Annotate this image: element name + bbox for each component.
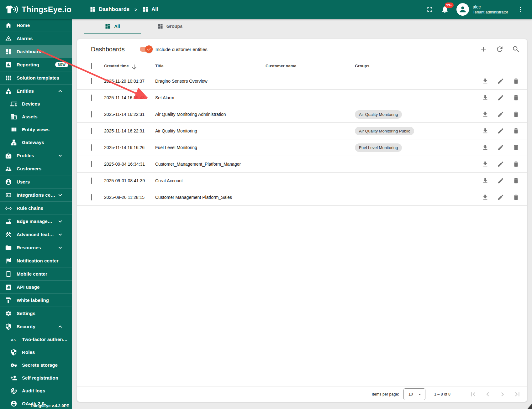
export-dashboard-button[interactable]	[482, 194, 489, 201]
edit-dashboard-button[interactable]	[497, 144, 504, 151]
row-checkbox[interactable]	[91, 161, 92, 167]
row-checkbox[interactable]	[91, 78, 92, 84]
sidebar-item-mobile-center[interactable]: Mobile center	[0, 267, 72, 280]
delete-dashboard-button[interactable]	[513, 177, 519, 184]
sidebar-item-profiles[interactable]: Profiles	[0, 149, 72, 162]
group-chip[interactable]: Air Quality Monitoring Public	[355, 127, 414, 135]
sidebar-item-reporting[interactable]: ReportingNEW	[0, 58, 72, 71]
sidebar-item-advanced-features[interactable]: Advanced features	[0, 228, 72, 241]
export-dashboard-button[interactable]	[482, 78, 489, 85]
export-dashboard-button[interactable]	[482, 127, 489, 134]
table-row[interactable]: 2025-11-14 16:16:26Fuel Level Monitoring…	[77, 139, 527, 156]
sidebar-item-solution-templates[interactable]: Solution templates	[0, 71, 72, 84]
previous-page-button[interactable]	[484, 390, 492, 398]
sidebar-item-entity-views[interactable]: Entity views	[0, 123, 72, 136]
edit-icon	[497, 94, 504, 101]
group-chip[interactable]: Fuel Level Monitoring	[355, 143, 402, 152]
sidebar-item-dashboards[interactable]: Dashboards	[0, 45, 72, 58]
delete-dashboard-button[interactable]	[513, 161, 519, 168]
sidebar-item-assets[interactable]: Assets	[0, 110, 72, 123]
sidebar-item-audit-logs[interactable]: Audit logs	[0, 384, 72, 397]
row-checkbox[interactable]	[91, 111, 92, 117]
sidebar-item-roles[interactable]: Roles	[0, 346, 72, 359]
delete-dashboard-button[interactable]	[513, 194, 519, 201]
column-customer-name[interactable]: Customer name	[266, 64, 355, 68]
sidebar-item-rule-chains[interactable]: Rule chains	[0, 201, 72, 215]
sidebar-item-security[interactable]: Security	[0, 320, 72, 333]
table-row[interactable]: 2025-09-04 16:34:31Customer_Management_P…	[77, 156, 527, 173]
sidebar-item-label: Entity views	[22, 127, 68, 132]
export-dashboard-button[interactable]	[482, 111, 489, 118]
table-body: 2025-11-20 10:01:37Dragino Sensors Overv…	[77, 73, 527, 206]
row-checkbox[interactable]	[91, 194, 92, 200]
column-created-time[interactable]: Created time	[104, 63, 155, 69]
delete-dashboard-button[interactable]	[513, 78, 519, 85]
sidebar-item-entities[interactable]: Entities	[0, 84, 72, 97]
group-chip[interactable]: Air Quality Monitoring	[355, 110, 402, 119]
next-page-button[interactable]	[498, 390, 507, 398]
row-checkbox[interactable]	[91, 178, 92, 184]
add-dashboard-button[interactable]	[479, 45, 487, 53]
table-row[interactable]: 2025-11-14 16:55:43Set Alarm	[77, 90, 527, 106]
tab-all[interactable]: All	[84, 19, 141, 34]
delete-dashboard-button[interactable]	[513, 127, 519, 134]
items-per-page-select[interactable]: 10	[403, 388, 425, 400]
first-page-icon	[469, 390, 477, 398]
sidebar-item-integrations-center[interactable]: Integrations center	[0, 188, 72, 201]
sidebar-item-devices[interactable]: Devices	[0, 97, 72, 110]
table-row[interactable]: 2025-11-14 16:22:31Air Quality Monitorin…	[77, 106, 527, 123]
sidebar-item-alarms[interactable]: Alarms	[0, 32, 72, 45]
row-checkbox[interactable]	[91, 95, 92, 101]
sidebar-item-users[interactable]: Users	[0, 175, 72, 188]
edit-dashboard-button[interactable]	[497, 127, 504, 134]
sidebar-item-white-labeling[interactable]: White labeling	[0, 293, 72, 307]
user-menu[interactable]: alec Tenant administrator	[473, 4, 508, 15]
first-page-button[interactable]	[469, 390, 477, 398]
sidebar-item-settings[interactable]: Settings	[0, 307, 72, 320]
sidebar-item-self-registration[interactable]: Self registration	[0, 371, 72, 384]
tab-groups[interactable]: Groups	[141, 19, 198, 34]
sidebar-item-label: Advanced features	[17, 232, 55, 237]
sidebar-item-edge-management[interactable]: Edge management	[0, 215, 72, 228]
delete-dashboard-button[interactable]	[513, 94, 519, 101]
sidebar-item-resources[interactable]: Resources	[0, 241, 72, 254]
edit-dashboard-button[interactable]	[497, 78, 504, 85]
export-dashboard-button[interactable]	[482, 144, 489, 151]
edit-dashboard-button[interactable]	[497, 111, 504, 118]
sidebar-item-customers[interactable]: Customers	[0, 162, 72, 175]
edit-dashboard-button[interactable]	[497, 177, 504, 184]
edit-dashboard-button[interactable]	[497, 94, 504, 101]
sidebar-item-secrets-storage[interactable]: Secrets storage	[0, 359, 72, 371]
sidebar-item-gateways[interactable]: Gateways	[0, 136, 72, 149]
column-title[interactable]: Title	[155, 64, 266, 68]
sidebar-item-notification-center[interactable]: Notification center	[0, 254, 72, 267]
fullscreen-button[interactable]	[426, 5, 434, 13]
table-row[interactable]: 2025-08-26 11:28:15Customer Management P…	[77, 189, 527, 206]
edit-dashboard-button[interactable]	[497, 194, 504, 201]
row-checkbox[interactable]	[91, 128, 92, 134]
app-logo[interactable]: ThingsEye.io	[0, 4, 73, 14]
export-dashboard-button[interactable]	[482, 177, 489, 184]
delete-dashboard-button[interactable]	[513, 144, 519, 151]
last-page-button[interactable]	[513, 390, 521, 398]
breadcrumb-dashboards[interactable]: Dashboards	[90, 6, 129, 13]
breadcrumb-all[interactable]: All	[142, 6, 158, 13]
sidebar-item-two-factor-authenticati[interactable]: 2FATwo-factor authenticati…	[0, 333, 72, 346]
refresh-button[interactable]	[496, 45, 504, 53]
search-button[interactable]	[512, 45, 520, 53]
table-row[interactable]: 2025-11-20 10:01:37Dragino Sensors Overv…	[77, 73, 527, 90]
sidebar-item-api-usage[interactable]: API usage	[0, 280, 72, 293]
table-row[interactable]: 2025-11-14 16:22:31Air Quality Monitorin…	[77, 123, 527, 139]
sidebar-item-home[interactable]: Home	[0, 19, 72, 32]
avatar[interactable]	[456, 3, 469, 16]
delete-dashboard-button[interactable]	[513, 111, 519, 118]
notifications-button[interactable]: 99+	[441, 5, 449, 13]
include-customer-entities-toggle[interactable]: Include customer entities	[140, 47, 208, 52]
select-all-checkbox[interactable]	[91, 63, 92, 69]
more-menu-button[interactable]	[517, 6, 524, 13]
export-dashboard-button[interactable]	[482, 161, 489, 168]
row-checkbox[interactable]	[91, 144, 92, 151]
table-row[interactable]: 2025-09-01 08:41:39Creat Account	[77, 173, 527, 189]
export-dashboard-button[interactable]	[482, 94, 489, 101]
edit-dashboard-button[interactable]	[497, 161, 504, 168]
